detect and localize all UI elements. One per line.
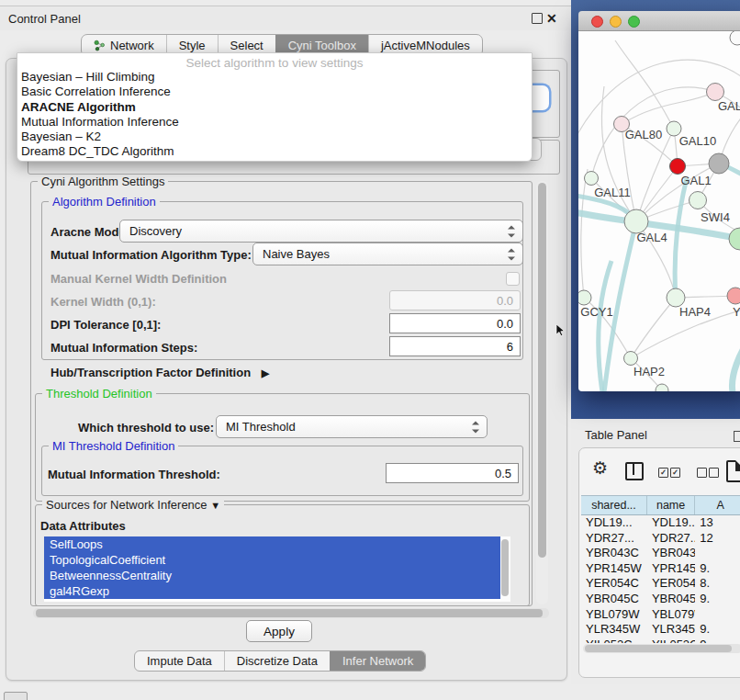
page-icon[interactable] (726, 460, 740, 482)
mi-threshold-value: 0.5 (495, 467, 511, 480)
network-node[interactable] (709, 153, 729, 174)
table-cell: YDR27... (581, 531, 647, 547)
scrollbar-thumb[interactable] (36, 609, 543, 617)
network-node[interactable] (730, 31, 740, 45)
node-label-gal10: GAL10 (679, 134, 716, 148)
mi-steps-field[interactable]: 6 (389, 336, 521, 356)
column-header-shared[interactable]: shared... (581, 496, 647, 514)
network-node[interactable] (585, 172, 599, 186)
mouse-cursor (555, 324, 566, 337)
dpi-tolerance-field[interactable]: 0.0 (389, 313, 521, 333)
scrollbar-thumb[interactable] (585, 645, 732, 652)
table-row[interactable]: YIL052CYIL052C9 (581, 638, 740, 643)
attribute-item-topologicalcoefficient[interactable]: TopologicalCoefficient (44, 552, 500, 568)
mi-threshold-field[interactable]: 0.5 (386, 463, 519, 483)
kernel-width-label: Kernel Width (0,1): (50, 295, 156, 309)
mi-steps-label: Mutual Information Steps: (50, 341, 197, 355)
table-cell: YER054C (581, 576, 647, 592)
stepper-arrows-icon (508, 248, 515, 260)
dropdown-item-bayesian-hill-climbing[interactable]: Bayesian – Hill Climbing (17, 70, 532, 85)
bottom-left-mini-button[interactable] (4, 692, 28, 700)
node-label-gal2: GAL2 (718, 99, 740, 113)
expanded-arrow-icon[interactable]: ▼ (210, 500, 220, 511)
table-cell (695, 546, 740, 561)
table-row[interactable]: YBR043CYBR043C (581, 546, 740, 561)
close-traffic-light-icon[interactable] (591, 16, 603, 28)
sources-group-title[interactable]: Sources for Network Inference ▼ (42, 498, 224, 512)
dropdown-item-basic-correlation-inference[interactable]: Basic Correlation Inference (17, 85, 532, 99)
columns-icon[interactable] (625, 462, 644, 480)
data-attributes-list[interactable]: SelfLoopsTopologicalCoefficientBetweenne… (44, 536, 500, 602)
algorithm-definition-title: Algorithm Definition (49, 195, 160, 209)
dropdown-item-mutual-information-inference[interactable]: Mutual Information Inference (17, 115, 532, 130)
network-window-titlebar[interactable] (578, 11, 740, 31)
dropdown-item-bayesian-k2[interactable]: Bayesian – K2 (17, 130, 532, 144)
settings-horizontal-scrollbar[interactable] (33, 608, 549, 618)
node-label-hap2: HAP2 (633, 365, 665, 378)
minimize-traffic-light-icon[interactable] (610, 16, 622, 28)
table-cell: YPR145W (647, 561, 695, 577)
manual-kernel-width-checkbox[interactable] (506, 272, 520, 286)
which-threshold-select[interactable]: MI Threshold (216, 415, 488, 438)
table-cell: YBR043C (581, 546, 647, 561)
table-cell: 9. (695, 561, 740, 577)
table-horizontal-scrollbar[interactable] (583, 644, 740, 653)
tab-label: Cyni Toolbox (288, 39, 356, 52)
mi-steps-value: 6 (507, 340, 513, 354)
network-node[interactable] (727, 288, 740, 304)
scrollbar-thumb[interactable] (501, 539, 509, 596)
table-row[interactable]: YPR145WYPR145W9. (581, 561, 740, 577)
table-header-row[interactable]: shared...nameA (581, 496, 740, 515)
unchecked-box-icon[interactable] (697, 468, 707, 478)
attribute-item-selfloops[interactable]: SelfLoops (44, 536, 500, 552)
network-node[interactable] (667, 288, 685, 307)
checked-box-icon[interactable]: ✓ (670, 468, 680, 478)
checked-box-icon[interactable]: ✓ (658, 468, 668, 478)
node-label-gal4: GAL4 (636, 231, 667, 244)
table-row[interactable]: YDL19...YDL19...13 (581, 515, 740, 531)
column-header-name[interactable]: name (647, 496, 695, 514)
bottom-tab-discretize-data[interactable]: Discretize Data (224, 651, 330, 671)
table-row[interactable]: YBR045CYBR045C9. (581, 592, 740, 607)
gear-icon[interactable]: ⚙ (592, 459, 608, 477)
unchecked-box-icon[interactable] (709, 468, 719, 478)
table-row[interactable]: YBL079WYBL079W (581, 607, 740, 623)
network-view-window[interactable]: GAL2GAL80GAL10GAL1GAL11SWI4GAL4GCY1HAP4Y… (578, 11, 740, 391)
network-node[interactable] (690, 192, 707, 209)
network-canvas[interactable]: GAL2GAL80GAL10GAL1GAL11SWI4GAL4GCY1HAP4Y… (578, 31, 740, 391)
settings-vertical-scrollbar[interactable] (536, 181, 548, 604)
network-node[interactable] (707, 84, 724, 101)
close-icon[interactable]: ✕ (546, 10, 557, 27)
aracne-mode-select[interactable]: Discovery (119, 220, 523, 243)
table-cell: YER054C (647, 576, 695, 592)
collapsed-arrow-icon[interactable]: ▶ (262, 367, 269, 378)
data-attributes-label: Data Attributes (40, 519, 126, 533)
attribute-item-betweennesscentrality[interactable]: BetweennessCentrality (44, 568, 500, 583)
table-row[interactable]: YLR345WYLR345W9. (581, 622, 740, 638)
dropdown-items: Bayesian – Hill ClimbingBasic Correlatio… (17, 70, 532, 160)
table-cell (695, 607, 740, 623)
attributes-list-scrollbar[interactable] (500, 536, 510, 602)
dropdown-item-aracne-algorithm[interactable]: ARACNE Algorithm (17, 100, 532, 115)
table-panel-float-icon[interactable] (734, 431, 740, 442)
bottom-tab-infer-network[interactable]: Infer Network (330, 651, 425, 671)
network-node[interactable] (670, 159, 686, 175)
zoom-traffic-light-icon[interactable] (628, 16, 640, 28)
table-cell: YBR043C (647, 546, 695, 561)
column-header-a[interactable]: A (695, 496, 740, 514)
network-node[interactable] (624, 352, 638, 366)
scrollbar-thumb[interactable] (538, 183, 546, 558)
network-node[interactable] (578, 290, 591, 305)
mi-algorithm-type-select[interactable]: Naive Bayes (252, 243, 523, 265)
apply-button[interactable]: Apply (246, 620, 312, 642)
network-node[interactable] (729, 228, 740, 250)
table-row[interactable]: YER054CYER054C8. (581, 576, 740, 592)
dropdown-item-dream8-dc-tdc-algorithm[interactable]: Dream8 DC_TDC Algorithm (17, 144, 532, 159)
node-attribute-table[interactable]: shared...nameA YDL19...YDL19...13YDR27..… (581, 495, 740, 643)
table-row[interactable]: YDR27...YDR27...12 (581, 531, 740, 547)
float-window-icon[interactable] (532, 13, 543, 24)
hub-definition-toggle[interactable]: Hub/Transcription Factor Definition ▶ (50, 366, 269, 379)
bottom-tab-impute-data[interactable]: Impute Data (135, 651, 224, 671)
mi-algorithm-type-label: Mutual Information Algorithm Type: (50, 248, 252, 262)
attribute-item-gal4rgexp[interactable]: gal4RGexp (44, 583, 500, 599)
